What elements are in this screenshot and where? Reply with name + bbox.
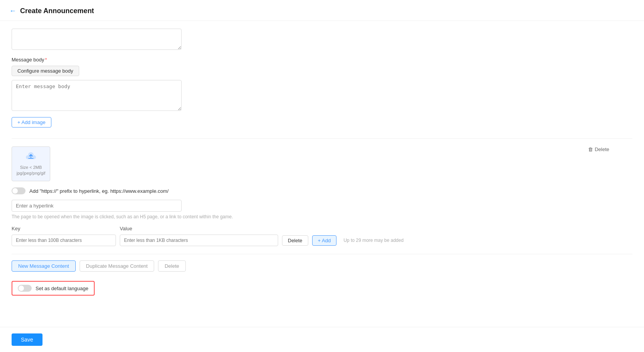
page-header: ← Create Announcement [0, 0, 644, 21]
kv-row: Delete + Add Up to 29 more may be added [12, 235, 632, 246]
configure-message-body-button[interactable]: Configure message body [12, 66, 79, 76]
upload-box[interactable]: Size < 2MB jpg/jpeg/png/gif [12, 146, 50, 181]
upload-icon [25, 151, 36, 163]
message-actions: New Message Content Duplicate Message Co… [12, 260, 632, 272]
kv-section: Key Value Delete + Add Up to 29 more may… [12, 226, 632, 246]
default-language-container: Set as default language [12, 281, 95, 296]
kv-add-button[interactable]: + Add [312, 235, 337, 246]
top-textarea[interactable] [12, 29, 182, 50]
message-body-label: Message body* [12, 57, 632, 63]
default-language-label: Set as default language [36, 286, 88, 291]
trash-icon: 🗑 [588, 146, 593, 152]
image-section: 🗑 Delete Size < 2MB jpg/jpeg/png/gif [12, 146, 632, 246]
key-input[interactable] [12, 235, 116, 246]
https-toggle[interactable] [12, 187, 25, 194]
https-toggle-label: Add "https://" prefix to hyperlink, eg. … [29, 188, 168, 194]
hyperlink-input[interactable] [12, 200, 182, 212]
new-message-content-button[interactable]: New Message Content [12, 260, 76, 272]
value-input[interactable] [120, 235, 278, 246]
https-toggle-row: Add "https://" prefix to hyperlink, eg. … [12, 187, 632, 194]
delete-message-button[interactable]: Delete [158, 260, 186, 272]
duplicate-message-content-button[interactable]: Duplicate Message Content [80, 260, 155, 272]
upload-size-text: Size < 2MB [20, 165, 42, 170]
add-image-button[interactable]: + Add image [12, 117, 51, 128]
save-section: Save [0, 327, 644, 352]
upload-format-text: jpg/jpeg/png/gif [17, 170, 46, 176]
section-divider-1 [12, 138, 632, 139]
save-button[interactable]: Save [12, 333, 42, 346]
message-body-textarea[interactable] [12, 80, 182, 111]
delete-image-link[interactable]: 🗑 Delete [588, 146, 609, 152]
default-language-toggle[interactable] [18, 285, 32, 292]
hyperlink-hint: The page to be opened when the image is … [12, 214, 632, 219]
kv-delete-button[interactable]: Delete [282, 235, 308, 246]
kv-hint: Up to 29 more may be added [343, 238, 403, 243]
kv-header: Key Value [12, 226, 632, 231]
back-button[interactable]: ← [9, 7, 16, 15]
page-title: Create Announcement [20, 7, 94, 15]
key-column-header: Key [12, 226, 120, 231]
section-divider-2 [12, 254, 632, 254]
value-column-header: Value [120, 226, 205, 231]
